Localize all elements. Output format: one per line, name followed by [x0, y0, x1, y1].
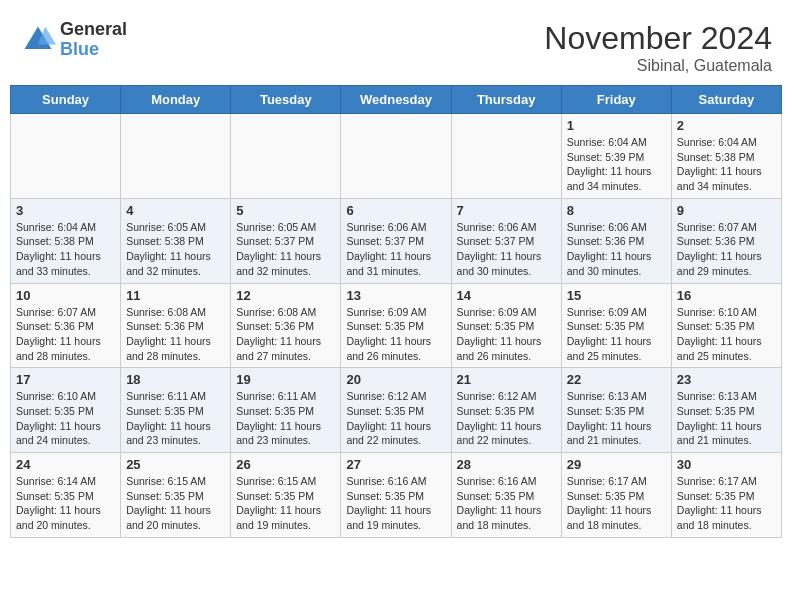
calendar-cell: 29Sunrise: 6:17 AMSunset: 5:35 PMDayligh… — [561, 453, 671, 538]
day-info: Sunrise: 6:12 AMSunset: 5:35 PMDaylight:… — [457, 389, 556, 448]
calendar-cell: 21Sunrise: 6:12 AMSunset: 5:35 PMDayligh… — [451, 368, 561, 453]
day-number: 6 — [346, 203, 445, 218]
calendar-cell — [231, 114, 341, 199]
day-number: 25 — [126, 457, 225, 472]
day-info: Sunrise: 6:13 AMSunset: 5:35 PMDaylight:… — [677, 389, 776, 448]
day-number: 17 — [16, 372, 115, 387]
day-info: Sunrise: 6:16 AMSunset: 5:35 PMDaylight:… — [457, 474, 556, 533]
day-number: 16 — [677, 288, 776, 303]
day-info: Sunrise: 6:11 AMSunset: 5:35 PMDaylight:… — [236, 389, 335, 448]
calendar-cell: 15Sunrise: 6:09 AMSunset: 5:35 PMDayligh… — [561, 283, 671, 368]
calendar-cell — [451, 114, 561, 199]
day-info: Sunrise: 6:10 AMSunset: 5:35 PMDaylight:… — [677, 305, 776, 364]
day-info: Sunrise: 6:05 AMSunset: 5:38 PMDaylight:… — [126, 220, 225, 279]
day-number: 30 — [677, 457, 776, 472]
day-number: 23 — [677, 372, 776, 387]
calendar-cell: 3Sunrise: 6:04 AMSunset: 5:38 PMDaylight… — [11, 198, 121, 283]
day-info: Sunrise: 6:06 AMSunset: 5:36 PMDaylight:… — [567, 220, 666, 279]
day-info: Sunrise: 6:12 AMSunset: 5:35 PMDaylight:… — [346, 389, 445, 448]
calendar-cell — [341, 114, 451, 199]
calendar-cell: 14Sunrise: 6:09 AMSunset: 5:35 PMDayligh… — [451, 283, 561, 368]
calendar-cell: 16Sunrise: 6:10 AMSunset: 5:35 PMDayligh… — [671, 283, 781, 368]
day-info: Sunrise: 6:10 AMSunset: 5:35 PMDaylight:… — [16, 389, 115, 448]
calendar-cell: 25Sunrise: 6:15 AMSunset: 5:35 PMDayligh… — [121, 453, 231, 538]
day-number: 13 — [346, 288, 445, 303]
day-info: Sunrise: 6:05 AMSunset: 5:37 PMDaylight:… — [236, 220, 335, 279]
calendar-week-row: 24Sunrise: 6:14 AMSunset: 5:35 PMDayligh… — [11, 453, 782, 538]
day-number: 9 — [677, 203, 776, 218]
calendar-cell: 5Sunrise: 6:05 AMSunset: 5:37 PMDaylight… — [231, 198, 341, 283]
day-number: 20 — [346, 372, 445, 387]
calendar-cell: 1Sunrise: 6:04 AMSunset: 5:39 PMDaylight… — [561, 114, 671, 199]
calendar-cell: 20Sunrise: 6:12 AMSunset: 5:35 PMDayligh… — [341, 368, 451, 453]
weekday-header-wednesday: Wednesday — [341, 86, 451, 114]
day-number: 7 — [457, 203, 556, 218]
day-number: 1 — [567, 118, 666, 133]
day-info: Sunrise: 6:08 AMSunset: 5:36 PMDaylight:… — [126, 305, 225, 364]
day-number: 19 — [236, 372, 335, 387]
month-title: November 2024 — [544, 20, 772, 57]
logo-text: General Blue — [60, 20, 127, 60]
day-info: Sunrise: 6:04 AMSunset: 5:38 PMDaylight:… — [16, 220, 115, 279]
day-info: Sunrise: 6:16 AMSunset: 5:35 PMDaylight:… — [346, 474, 445, 533]
day-number: 26 — [236, 457, 335, 472]
calendar-cell: 30Sunrise: 6:17 AMSunset: 5:35 PMDayligh… — [671, 453, 781, 538]
weekday-header-row: SundayMondayTuesdayWednesdayThursdayFrid… — [11, 86, 782, 114]
day-number: 11 — [126, 288, 225, 303]
day-number: 8 — [567, 203, 666, 218]
day-info: Sunrise: 6:06 AMSunset: 5:37 PMDaylight:… — [457, 220, 556, 279]
calendar-cell: 28Sunrise: 6:16 AMSunset: 5:35 PMDayligh… — [451, 453, 561, 538]
day-number: 15 — [567, 288, 666, 303]
day-number: 4 — [126, 203, 225, 218]
calendar-week-row: 3Sunrise: 6:04 AMSunset: 5:38 PMDaylight… — [11, 198, 782, 283]
calendar-week-row: 10Sunrise: 6:07 AMSunset: 5:36 PMDayligh… — [11, 283, 782, 368]
weekday-header-monday: Monday — [121, 86, 231, 114]
calendar-cell: 2Sunrise: 6:04 AMSunset: 5:38 PMDaylight… — [671, 114, 781, 199]
weekday-header-friday: Friday — [561, 86, 671, 114]
day-number: 18 — [126, 372, 225, 387]
calendar-cell: 8Sunrise: 6:06 AMSunset: 5:36 PMDaylight… — [561, 198, 671, 283]
calendar-week-row: 1Sunrise: 6:04 AMSunset: 5:39 PMDaylight… — [11, 114, 782, 199]
day-info: Sunrise: 6:04 AMSunset: 5:39 PMDaylight:… — [567, 135, 666, 194]
calendar-cell — [121, 114, 231, 199]
calendar-cell: 26Sunrise: 6:15 AMSunset: 5:35 PMDayligh… — [231, 453, 341, 538]
calendar-week-row: 17Sunrise: 6:10 AMSunset: 5:35 PMDayligh… — [11, 368, 782, 453]
day-number: 29 — [567, 457, 666, 472]
weekday-header-sunday: Sunday — [11, 86, 121, 114]
day-info: Sunrise: 6:11 AMSunset: 5:35 PMDaylight:… — [126, 389, 225, 448]
day-info: Sunrise: 6:08 AMSunset: 5:36 PMDaylight:… — [236, 305, 335, 364]
day-info: Sunrise: 6:09 AMSunset: 5:35 PMDaylight:… — [346, 305, 445, 364]
calendar-cell: 11Sunrise: 6:08 AMSunset: 5:36 PMDayligh… — [121, 283, 231, 368]
day-info: Sunrise: 6:15 AMSunset: 5:35 PMDaylight:… — [236, 474, 335, 533]
calendar-cell: 10Sunrise: 6:07 AMSunset: 5:36 PMDayligh… — [11, 283, 121, 368]
calendar-cell: 13Sunrise: 6:09 AMSunset: 5:35 PMDayligh… — [341, 283, 451, 368]
calendar-cell: 4Sunrise: 6:05 AMSunset: 5:38 PMDaylight… — [121, 198, 231, 283]
title-block: November 2024 Sibinal, Guatemala — [544, 20, 772, 75]
day-info: Sunrise: 6:17 AMSunset: 5:35 PMDaylight:… — [677, 474, 776, 533]
day-info: Sunrise: 6:14 AMSunset: 5:35 PMDaylight:… — [16, 474, 115, 533]
day-number: 2 — [677, 118, 776, 133]
day-info: Sunrise: 6:09 AMSunset: 5:35 PMDaylight:… — [567, 305, 666, 364]
calendar-cell: 7Sunrise: 6:06 AMSunset: 5:37 PMDaylight… — [451, 198, 561, 283]
calendar-cell: 27Sunrise: 6:16 AMSunset: 5:35 PMDayligh… — [341, 453, 451, 538]
day-info: Sunrise: 6:07 AMSunset: 5:36 PMDaylight:… — [16, 305, 115, 364]
logo-icon — [20, 22, 56, 58]
logo-general-text: General — [60, 20, 127, 40]
day-number: 24 — [16, 457, 115, 472]
day-number: 12 — [236, 288, 335, 303]
calendar-cell: 17Sunrise: 6:10 AMSunset: 5:35 PMDayligh… — [11, 368, 121, 453]
weekday-header-tuesday: Tuesday — [231, 86, 341, 114]
calendar-cell: 19Sunrise: 6:11 AMSunset: 5:35 PMDayligh… — [231, 368, 341, 453]
calendar-cell: 24Sunrise: 6:14 AMSunset: 5:35 PMDayligh… — [11, 453, 121, 538]
day-number: 27 — [346, 457, 445, 472]
day-number: 10 — [16, 288, 115, 303]
weekday-header-saturday: Saturday — [671, 86, 781, 114]
day-number: 21 — [457, 372, 556, 387]
location-label: Sibinal, Guatemala — [544, 57, 772, 75]
calendar-cell: 9Sunrise: 6:07 AMSunset: 5:36 PMDaylight… — [671, 198, 781, 283]
day-number: 5 — [236, 203, 335, 218]
day-number: 28 — [457, 457, 556, 472]
calendar-table: SundayMondayTuesdayWednesdayThursdayFrid… — [10, 85, 782, 538]
calendar-cell: 18Sunrise: 6:11 AMSunset: 5:35 PMDayligh… — [121, 368, 231, 453]
logo: General Blue — [20, 20, 127, 60]
